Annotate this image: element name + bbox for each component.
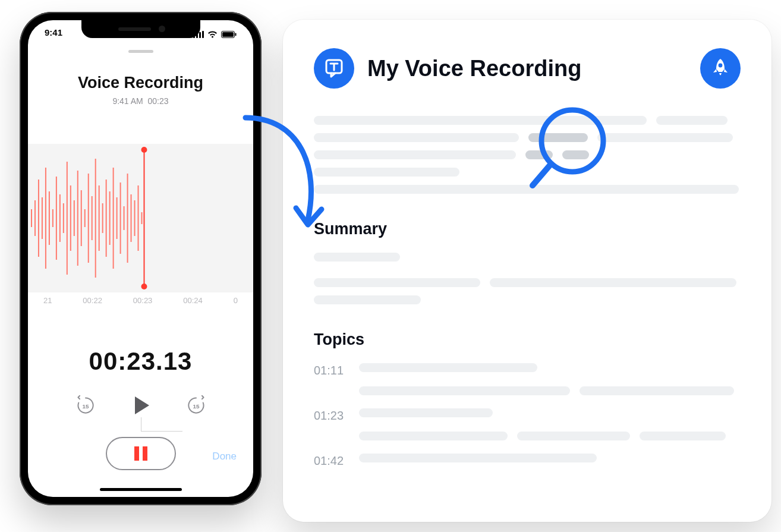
topic-timestamp: 01:11 bbox=[314, 363, 346, 377]
summary-heading: Summary bbox=[314, 220, 741, 238]
transcript-preview bbox=[314, 116, 741, 194]
skip-back-15-button[interactable]: 15 bbox=[75, 395, 96, 416]
svg-point-45 bbox=[719, 64, 723, 68]
skip-forward-15-button[interactable]: 15 bbox=[185, 395, 207, 416]
divider bbox=[141, 417, 141, 432]
card-header: My Voice Recording bbox=[314, 48, 741, 89]
transport-controls: 15 15 bbox=[28, 394, 253, 417]
svg-point-40 bbox=[141, 147, 147, 153]
svg-rect-2 bbox=[199, 32, 201, 38]
topic-placeholder bbox=[359, 408, 741, 440]
pause-button[interactable] bbox=[106, 437, 176, 470]
svg-text:15: 15 bbox=[82, 403, 89, 410]
divider bbox=[141, 431, 182, 432]
topics-heading: Topics bbox=[314, 330, 741, 349]
phone-notch bbox=[81, 20, 200, 38]
topic-placeholder bbox=[359, 454, 741, 462]
done-button[interactable]: Done bbox=[212, 451, 237, 462]
wifi-icon bbox=[207, 31, 218, 38]
topic-row[interactable]: 01:11 bbox=[314, 363, 741, 395]
waveform-ticks: 21 00:22 00:23 00:24 0 bbox=[28, 292, 253, 310]
svg-line-48 bbox=[533, 165, 550, 185]
topic-row[interactable]: 01:23 bbox=[314, 408, 741, 440]
waveform-graphic bbox=[28, 144, 253, 292]
svg-rect-6 bbox=[235, 33, 237, 36]
battery-icon bbox=[221, 31, 237, 38]
recording-title: Voice Recording bbox=[28, 74, 253, 92]
app-logo-icon bbox=[314, 48, 354, 89]
phone-screen: 9:41 Voice Recording 9:41 AM 00:23 bbox=[28, 20, 253, 497]
svg-point-41 bbox=[141, 284, 147, 289]
svg-text:15: 15 bbox=[193, 403, 199, 410]
topic-row[interactable]: 01:42 bbox=[314, 454, 741, 468]
elapsed-time: 00:23.13 bbox=[28, 347, 253, 376]
svg-rect-5 bbox=[222, 32, 234, 37]
phone-mockup: 9:41 Voice Recording 9:41 AM 00:23 bbox=[20, 12, 262, 505]
rocket-icon[interactable] bbox=[700, 48, 741, 89]
status-time: 9:41 bbox=[45, 27, 62, 42]
home-indicator[interactable] bbox=[100, 488, 182, 491]
recording-subtitle: 9:41 AM 00:23 bbox=[28, 96, 253, 106]
topic-timestamp: 01:23 bbox=[314, 408, 346, 423]
transcript-card: My Voice Recording Summary bbox=[283, 20, 771, 522]
topic-timestamp: 01:42 bbox=[314, 454, 346, 468]
topic-placeholder bbox=[359, 363, 741, 395]
sheet-grabber[interactable] bbox=[128, 50, 153, 53]
waveform-area[interactable] bbox=[28, 144, 253, 292]
svg-rect-3 bbox=[202, 31, 204, 38]
card-title: My Voice Recording bbox=[367, 56, 687, 81]
play-button[interactable] bbox=[129, 394, 153, 417]
summary-placeholder bbox=[314, 253, 741, 304]
